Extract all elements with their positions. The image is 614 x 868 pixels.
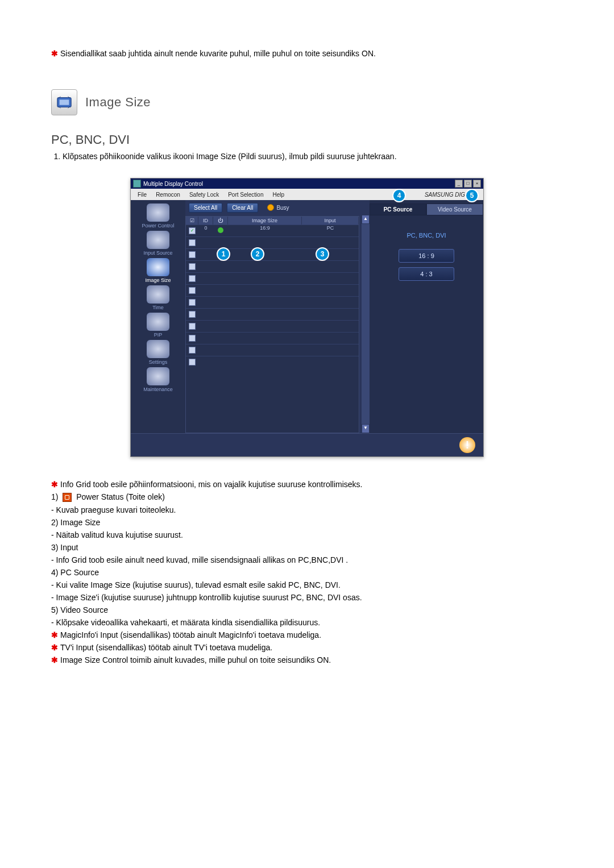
row-checkbox[interactable] xyxy=(189,227,196,234)
desc-2: 2) Image Size xyxy=(51,518,563,527)
star-icon: ✱ xyxy=(51,49,58,58)
select-all-button[interactable]: Select All xyxy=(189,203,222,213)
scroll-up-icon[interactable]: ▲ xyxy=(362,215,370,224)
sidebar: Power Control Input Source Image Size Ti… xyxy=(131,200,185,433)
image-size-icon xyxy=(51,89,77,115)
row-checkbox[interactable] xyxy=(189,251,196,258)
desc-1: 1) Power Status (Toite olek) xyxy=(51,492,563,502)
row-checkbox[interactable] xyxy=(189,287,196,294)
menu-portselection[interactable]: Port Selection xyxy=(228,192,263,198)
row-checkbox[interactable] xyxy=(189,239,196,246)
col-check: ☑ xyxy=(186,217,198,225)
sidebar-item-power[interactable]: Power Control xyxy=(135,203,181,229)
busy-dot-icon xyxy=(267,204,274,211)
desc-1-sub: - Kuvab praeguse kuvari toiteoleku. xyxy=(51,505,563,514)
power-badge-icon xyxy=(63,493,72,502)
desc-lead: ✱Info Grid toob esile põhiinformatsiooni… xyxy=(51,480,563,489)
row-checkbox[interactable] xyxy=(189,359,196,366)
intro-text: Sisendiallikat saab juhtida ainult nende… xyxy=(60,49,376,58)
desc-3: 3) Input xyxy=(51,543,563,552)
callout-3: 3 xyxy=(316,247,329,261)
clear-all-button[interactable]: Clear All xyxy=(227,203,258,213)
note-magicinfo: ✱MagicInfo'i Input (sisendallikas) tööta… xyxy=(51,630,563,639)
star-icon: ✱ xyxy=(51,630,58,639)
cell-id: 0 xyxy=(198,225,213,236)
app-window: Multiple Display Control _ □ × File Remo… xyxy=(130,178,484,457)
cell-imagesize: 16:9 xyxy=(228,225,302,236)
list-item: Klõpsates põhiikoonide valikus ikooni Im… xyxy=(63,152,563,161)
sidebar-item-maintenance[interactable]: Maintenance xyxy=(135,367,181,392)
star-icon: ✱ xyxy=(51,655,58,665)
menu-help[interactable]: Help xyxy=(272,192,284,198)
menu-file[interactable]: File xyxy=(138,192,147,198)
ratio-16-9-button[interactable]: 16 : 9 xyxy=(399,249,454,263)
note-imagesize: ✱Image Size Control toimib ainult kuvade… xyxy=(51,655,563,665)
callout-4: 4 xyxy=(392,189,406,202)
menubar: File Remocon Safety Lock Port Selection … xyxy=(131,189,483,200)
cell-input: PC xyxy=(302,225,359,236)
sidebar-item-input[interactable]: Input Source xyxy=(135,231,181,256)
tab-video-source[interactable]: Video Source xyxy=(426,203,483,215)
row-checkbox[interactable] xyxy=(189,275,196,282)
intro-note: ✱Sisendiallikat saab juhtida ainult nend… xyxy=(51,49,563,58)
col-power-icon: ⏻ xyxy=(213,217,228,225)
maximize-button[interactable]: □ xyxy=(464,180,472,188)
row-checkbox[interactable] xyxy=(189,299,196,306)
busy-indicator: Busy xyxy=(267,204,289,211)
row-checkbox[interactable] xyxy=(189,263,196,270)
source-title: PC, BNC, DVI xyxy=(370,232,483,239)
table-row[interactable]: 0 16:9 PC xyxy=(186,225,359,236)
minimize-button[interactable]: _ xyxy=(455,180,463,188)
right-pane: 4 5 PC Source Video Source PC, BNC, DVI … xyxy=(370,200,483,433)
note-tv: ✱TV'i Input (sisendallikas) töötab ainul… xyxy=(51,643,563,652)
desc-4-sub-b: - Image Size'i (kujutise suuruse) juhtnu… xyxy=(51,593,563,602)
close-button[interactable]: × xyxy=(473,180,481,188)
subtitle: PC, BNC, DVI xyxy=(51,132,563,147)
sidebar-item-time[interactable]: Time xyxy=(135,285,181,310)
col-imagesize: Image Size xyxy=(228,217,302,225)
tab-pc-source[interactable]: PC Source xyxy=(370,203,426,215)
row-checkbox[interactable] xyxy=(189,347,196,354)
center-pane: Select All Clear All Busy ☑ ID ⏻ Image S… xyxy=(185,200,370,433)
ratio-4-3-button[interactable]: 4 : 3 xyxy=(399,267,454,281)
callout-5: 5 xyxy=(465,189,479,202)
callout-1: 1 xyxy=(217,247,230,261)
star-icon: ✱ xyxy=(51,643,58,652)
row-checkbox[interactable] xyxy=(189,311,196,318)
scroll-down-icon[interactable]: ▼ xyxy=(362,424,370,433)
app-logo-icon xyxy=(133,180,141,188)
desc-5: 5) Video Source xyxy=(51,605,563,614)
titlebar: Multiple Display Control _ □ × xyxy=(131,178,483,189)
alert-icon: ! xyxy=(459,437,475,453)
desc-4-sub-a: - Kui valite Image Size (kujutise suurus… xyxy=(51,580,563,589)
scrollbar[interactable]: ▲ ▼ xyxy=(362,215,370,433)
intro-list: Klõpsates põhiikoonide valikus ikooni Im… xyxy=(51,152,563,161)
status-bar: ! xyxy=(131,433,483,456)
info-grid: ☑ ID ⏻ Image Size Input 0 16:9 xyxy=(185,216,359,433)
col-id: ID xyxy=(198,217,213,225)
desc-2-sub: - Näitab valitud kuva kujutise suurust. xyxy=(51,530,563,539)
menu-safetylock[interactable]: Safety Lock xyxy=(189,192,219,198)
row-checkbox[interactable] xyxy=(189,335,196,342)
power-status-icon xyxy=(218,227,223,233)
desc-3-sub: - Info Grid toob esile ainult need kuvad… xyxy=(51,555,563,564)
row-checkbox[interactable] xyxy=(189,323,196,330)
star-icon: ✱ xyxy=(51,480,58,489)
svg-rect-1 xyxy=(60,99,69,105)
callout-2: 2 xyxy=(251,247,264,261)
col-input: Input xyxy=(302,217,359,225)
window-title: Multiple Display Control xyxy=(143,181,203,187)
menu-remocon[interactable]: Remocon xyxy=(156,192,180,198)
section-title: Image Size xyxy=(85,95,151,110)
sidebar-item-settings[interactable]: Settings xyxy=(135,340,181,365)
sidebar-item-imagesize[interactable]: Image Size xyxy=(135,258,181,283)
desc-4: 4) PC Source xyxy=(51,568,563,577)
section-header: Image Size xyxy=(51,89,563,115)
desc-5-sub: - Klõpsake videoallika vahekaarti, et mä… xyxy=(51,618,563,627)
sidebar-item-pip[interactable]: PIP xyxy=(135,313,181,338)
